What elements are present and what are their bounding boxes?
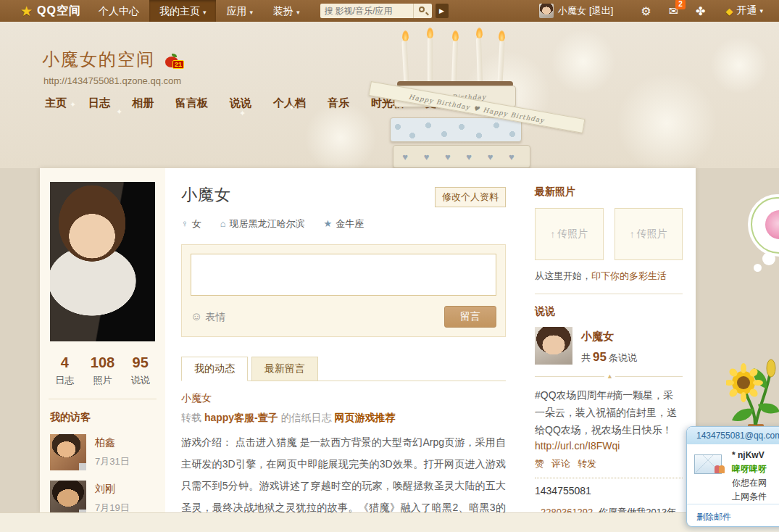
bubble-decor (754, 264, 762, 272)
sparkle-icon: ✦ (181, 97, 188, 107)
visitor-name[interactable]: 刘刚 (95, 483, 130, 496)
divider (535, 294, 683, 294)
emoticon-button[interactable]: ☺表情 (191, 310, 225, 324)
apple-gift-icon[interactable]: 21 (165, 54, 181, 68)
qzone-logo-text: QQ空间 (37, 4, 81, 19)
feed-source-link[interactable]: happy客服-萱子 (204, 412, 278, 423)
logout-link[interactable]: [退出] (589, 4, 613, 17)
dotted-divider (535, 478, 683, 478)
feed-author-link[interactable]: 小魔女 (181, 392, 506, 405)
feed-body-text: 游戏介绍： 点击进入猎魔 是一款西方背景的大型奇幻Arpg页游，采用自主研发的3… (181, 431, 506, 512)
footer-bar (0, 512, 779, 532)
comment-author-link[interactable]: 2280361292 (541, 507, 593, 512)
leave-message-button[interactable]: 留言 (444, 306, 496, 328)
nav-decorate[interactable]: 装扮▾ (263, 0, 310, 22)
divider (49, 399, 157, 399)
zone-url: http://1434755081.qzone.qq.com (43, 75, 181, 86)
bokeh-decor (710, 36, 768, 94)
gender-icon: ♀ (181, 218, 188, 229)
tab-my-activity[interactable]: 我的动态 (181, 357, 248, 381)
chevron-down-icon: ▾ (759, 7, 763, 14)
mail-subject-link[interactable]: 啤呀啤呀 (732, 462, 779, 476)
visitor-date: 7月31日 (95, 455, 130, 468)
upload-photo-button[interactable]: ↑ 传照片 (615, 208, 683, 260)
zone-nav-blog[interactable]: 日志 (88, 96, 110, 110)
zone-nav-album[interactable]: 相册 (132, 96, 154, 110)
like-link[interactable]: 赞 (535, 457, 544, 470)
collapse-triangle-icon[interactable]: ▲ (604, 373, 615, 380)
nav-personal-center[interactable]: 个人中心 (88, 0, 149, 22)
visitor-item[interactable]: 刘刚 7月19日 (50, 481, 165, 512)
stat-photos[interactable]: 108 照片 (91, 354, 114, 387)
forward-link[interactable]: 转发 (578, 457, 596, 470)
shuoshuo-actions: 赞 评论 转发 (535, 457, 683, 470)
stat-shuoshuo[interactable]: 95 说说 (131, 354, 150, 387)
photos-hint-link[interactable]: 印下你的多彩生活 (591, 270, 667, 281)
visitor-item[interactable]: 柏鑫 7月31日 (50, 434, 165, 470)
chevron-down-icon: ▾ (249, 9, 253, 16)
contacts-icon (715, 465, 725, 475)
navbar-avatar[interactable] (539, 4, 554, 18)
feed-tabs: 我的动态 最新留言 (181, 356, 506, 381)
vip-activate-button[interactable]: ◆ 开通 ▾ (725, 4, 763, 17)
location-value: 现居黑龙江哈尔滨 (230, 218, 305, 229)
feed-title-link[interactable]: 网页游戏推荐 (335, 412, 396, 423)
feed-meta-middle: 的信纸日志 (281, 412, 332, 423)
nav-my-home[interactable]: 我的主页▾ (149, 0, 217, 22)
clover-icon[interactable]: ✤ (696, 4, 705, 18)
edit-profile-button[interactable]: 修改个人资料 (435, 187, 506, 207)
upload-arrow-icon: ↑ (550, 228, 555, 240)
hearts-ribbon: ♥ ♥ ♥ ♥ ♥ ♥ (402, 151, 520, 162)
delete-mail-link[interactable]: 删除邮件 (696, 512, 731, 522)
profile-info-row: ♀女 ⌂现居黑龙江哈尔滨 ★金牛座 (181, 217, 506, 230)
nav-apps[interactable]: 应用▾ (216, 0, 263, 22)
feed-meta-prefix: 转载 (181, 412, 201, 423)
left-sidebar: 4 日志 108 照片 95 说说 我的访客 柏鑫 7月31日 刘刚 (40, 168, 165, 512)
stats-bar: 4 日志 108 照片 95 说说 (47, 354, 158, 387)
shuoshuo-count: 共95条说说 (581, 350, 637, 365)
comment-item: 2280361292你愿意做我2013年的谁？想好了给我评论1朋友 (541, 503, 683, 512)
search-expand-button[interactable]: ▶ (436, 4, 449, 18)
sparkle-icon: ✦ (288, 103, 295, 112)
settings-gear-icon[interactable]: ⚙ (641, 4, 651, 18)
tab-latest-messages[interactable]: 最新留言 (251, 357, 318, 381)
mail-icon[interactable]: ✉2 (669, 4, 678, 18)
shuoshuo-username[interactable]: 小魔女 (581, 330, 637, 344)
message-compose-panel: ☺表情 留言 (181, 244, 506, 337)
zone-nav-home[interactable]: 主页 (45, 96, 67, 110)
search-button[interactable] (413, 4, 432, 18)
profile-photo[interactable] (50, 182, 155, 341)
zone-nav-music[interactable]: 音乐 (328, 96, 349, 110)
zone-nav-board[interactable]: 留言板 (175, 96, 208, 110)
latest-photos-title: 最新照片 (535, 186, 683, 199)
upload-arrow-icon: ↑ (630, 228, 635, 240)
play-icon: ▶ (439, 7, 444, 14)
visitor-avatar[interactable] (50, 434, 86, 470)
apple-badge: 21 (172, 60, 184, 69)
photos-hint: 从这里开始，印下你的多彩生活 (535, 270, 683, 283)
bokeh-decor (304, 101, 377, 168)
popup-email-address: 1434755081@qq.com (687, 427, 779, 444)
shuoshuo-url-link[interactable]: http://url.cn/I8FWqi (535, 440, 683, 452)
gender-value: 女 (192, 218, 201, 229)
upload-photo-button[interactable]: ↑ 传照片 (535, 208, 604, 260)
stat-blogs[interactable]: 4 日志 (55, 354, 74, 387)
feed-meta: 转载 happy客服-萱子 的信纸日志 网页游戏推荐 (181, 412, 506, 425)
comment-link[interactable]: 评论 (551, 457, 570, 470)
visitor-name[interactable]: 柏鑫 (95, 436, 130, 449)
message-textarea[interactable] (191, 254, 496, 296)
sparkle-icon: ✦ (239, 109, 246, 118)
visitor-date: 7月19日 (95, 502, 130, 512)
visitor-avatar[interactable] (50, 481, 86, 512)
email-notification-popup: 1434755081@qq.com * njKwV 啤呀啤呀 你想在网 上网条件… (686, 426, 779, 527)
main-column: 小魔女 修改个人资料 ♀女 ⌂现居黑龙江哈尔滨 ★金牛座 ☺表情 留言 我的动态… (165, 168, 522, 512)
top-navbar: ★ QQ空间 个人中心 我的主页▾ 应用▾ 装扮▾ ▶ 小魔女 [退出] ⚙ ✉… (0, 0, 779, 22)
shuoshuo-avatar[interactable] (535, 327, 572, 365)
search-input[interactable] (320, 4, 413, 18)
bubble-decor (762, 252, 775, 265)
navbar-username[interactable]: 小魔女 (558, 4, 586, 17)
visitors-title: 我的访客 (50, 411, 165, 424)
qzone-logo[interactable]: ★ QQ空间 (0, 3, 88, 20)
birthday-cake-decor: Happy Birthday ♥ ♥ ♥ ♥ ♥ ♥ Happy Birthda… (390, 22, 542, 168)
mail-badge: 2 (675, 0, 686, 9)
